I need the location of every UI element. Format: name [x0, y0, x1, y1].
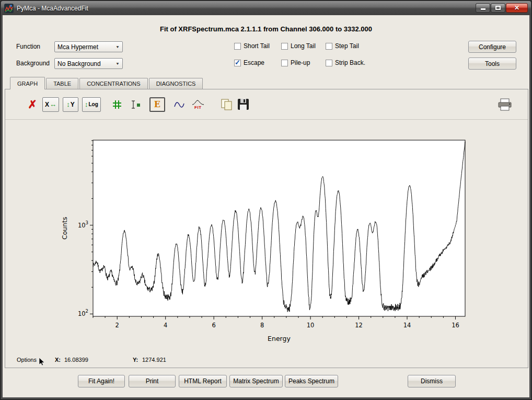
copy-button[interactable]	[220, 97, 234, 112]
short-tail-label: Short Tail	[244, 42, 270, 50]
title-bar[interactable]: PyMca - McaAdvancedFit ✕	[1, 1, 531, 15]
derivative-squiggle-icon	[174, 99, 185, 110]
function-label: Function	[16, 43, 40, 50]
save-icon	[237, 98, 249, 110]
errorbar-points-icon	[131, 99, 142, 110]
configure-button[interactable]: Configure	[468, 41, 516, 53]
copy-icon	[220, 98, 234, 111]
x-tick-label: 16	[452, 322, 459, 329]
x-autoscale-label: X	[45, 101, 49, 108]
minimize-button[interactable]	[476, 3, 490, 13]
short-tail-checkbox[interactable]: ✓ Short Tail	[234, 42, 270, 50]
spectrum-chart: 246810121416102103EnergyCounts	[5, 121, 528, 356]
x-tick-label: 14	[403, 322, 411, 329]
matrix-spectrum-button[interactable]: Matrix Spectrum	[229, 375, 283, 387]
spectrum-chart-svg: 246810121416102103EnergyCounts	[5, 121, 528, 356]
tools-button[interactable]: Tools	[468, 58, 516, 70]
tab-diagnostics[interactable]: DIAGNOSTICS	[149, 78, 203, 89]
x-tick-label: 8	[260, 322, 264, 329]
points-toggle-button[interactable]	[130, 97, 143, 112]
x-autoscale-button[interactable]: X ↔	[42, 97, 59, 112]
graph-tab-panel: ✗ X ↔ ↕ Y ↕ Log	[5, 89, 528, 368]
peaks-spectrum-button[interactable]: Peaks Spectrum	[285, 375, 338, 387]
function-combobox-value: Mca Hypermet	[57, 43, 98, 51]
y-autoscale-button[interactable]: ↕ Y	[63, 97, 78, 112]
fit-button[interactable]: FIT	[191, 97, 205, 112]
tab-concentrations[interactable]: CONCENTRATIONS	[79, 78, 147, 89]
pileup-label: Pile-up	[291, 59, 310, 66]
escape-checkbox-box[interactable]: ✓	[234, 60, 241, 66]
strip-back-checkbox[interactable]: ✓ Strip Back.	[326, 59, 365, 66]
escape-checkbox[interactable]: ✓ Escape	[234, 59, 264, 66]
x-tick-label: 6	[212, 322, 216, 329]
long-tail-checkbox[interactable]: ✓ Long Tail	[281, 42, 316, 50]
x-tick-label: 4	[164, 322, 167, 329]
short-tail-checkbox-box[interactable]: ✓	[234, 43, 241, 50]
printer-icon	[498, 98, 512, 111]
background-combobox[interactable]: No Background ▼	[54, 58, 123, 69]
derivative-button[interactable]	[173, 97, 186, 112]
background-label: Background	[16, 60, 50, 67]
step-tail-checkbox-box[interactable]: ✓	[326, 43, 332, 50]
tab-bar: GRAPH TABLE CONCENTRATIONS DIAGNOSTICS	[10, 77, 204, 89]
pileup-checkbox[interactable]: ✓ Pile-up	[281, 59, 310, 66]
y-tick-label: 103	[78, 220, 88, 229]
y-axis-label: Counts	[61, 217, 68, 240]
step-tail-checkbox[interactable]: ✓ Step Tail	[326, 42, 359, 50]
x-axis-label: Energy	[268, 335, 291, 342]
close-icon: ✕	[514, 4, 519, 12]
clear-icon: ✗	[28, 99, 37, 110]
log-scale-button[interactable]: ↕ Log	[82, 97, 101, 112]
grid-icon	[112, 99, 122, 110]
window-title: PyMca - McaAdvancedFit	[17, 5, 88, 12]
fit-peak-icon	[191, 99, 205, 106]
escape-label: Escape	[244, 59, 264, 66]
tab-graph[interactable]: GRAPH	[10, 77, 45, 89]
plot-area[interactable]	[93, 140, 465, 316]
save-button[interactable]	[237, 97, 250, 112]
x-tick-label: 12	[355, 322, 363, 329]
chevron-down-icon: ▼	[115, 45, 120, 49]
x-tick-label: 10	[307, 322, 315, 329]
window: PyMca - McaAdvancedFit ✕ Fit of XRFSpect…	[0, 0, 532, 400]
app-icon	[4, 4, 14, 13]
maximize-icon	[495, 6, 501, 10]
strip-back-checkbox-box[interactable]: ✓	[326, 60, 332, 66]
fit-header-title: Fit of XRFSpectrum.mca 2.1.1.1 from Chan…	[3, 25, 529, 33]
cursor-x-label: X:	[55, 357, 61, 363]
footer-button-row: Fit Again! Print HTML Report Matrix Spec…	[3, 375, 529, 391]
dialog-content: Fit of XRFSpectrum.mca 2.1.1.1 from Chan…	[3, 15, 529, 397]
mouse-cursor-icon	[39, 358, 45, 366]
cursor-y-label: Y:	[133, 357, 138, 363]
minimize-icon	[481, 8, 485, 10]
energy-toggle-label: E	[154, 99, 160, 109]
function-combobox[interactable]: Mca Hypermet ▼	[54, 41, 123, 52]
grid-toggle-button[interactable]	[111, 97, 123, 112]
log-scale-label: Log	[89, 101, 98, 107]
dismiss-button[interactable]: Dismiss	[408, 375, 456, 387]
vertical-arrows-icon: ↕	[66, 100, 70, 108]
strip-back-label: Strip Back.	[335, 59, 365, 66]
print-report-button[interactable]: Print	[129, 375, 176, 387]
vertical-arrows-icon: ↕	[85, 100, 88, 108]
y-tick-label: 102	[78, 308, 88, 317]
plot-toolbar: ✗ X ↔ ↕ Y ↕ Log	[5, 89, 528, 120]
options-label[interactable]: Options	[17, 357, 37, 363]
x-tick-label: 2	[115, 322, 119, 329]
clear-plot-button[interactable]: ✗	[26, 97, 39, 112]
long-tail-label: Long Tail	[291, 42, 316, 50]
maximize-button[interactable]	[491, 3, 505, 13]
long-tail-checkbox-box[interactable]: ✓	[281, 43, 288, 50]
energy-axis-toggle-button[interactable]: E	[149, 97, 165, 112]
step-tail-label: Step Tail	[335, 42, 359, 50]
html-report-button[interactable]: HTML Report	[179, 375, 227, 387]
tab-table[interactable]: TABLE	[46, 78, 78, 89]
check-icon: ✓	[235, 59, 240, 66]
fit-again-button[interactable]: Fit Again!	[78, 375, 125, 387]
print-button[interactable]	[498, 97, 512, 112]
chevron-down-icon: ▼	[115, 62, 120, 65]
background-combobox-value: No Background	[57, 60, 101, 67]
pileup-checkbox-box[interactable]: ✓	[281, 60, 288, 66]
close-button[interactable]: ✕	[506, 3, 528, 13]
cursor-y-value: 1274.921	[142, 357, 166, 363]
